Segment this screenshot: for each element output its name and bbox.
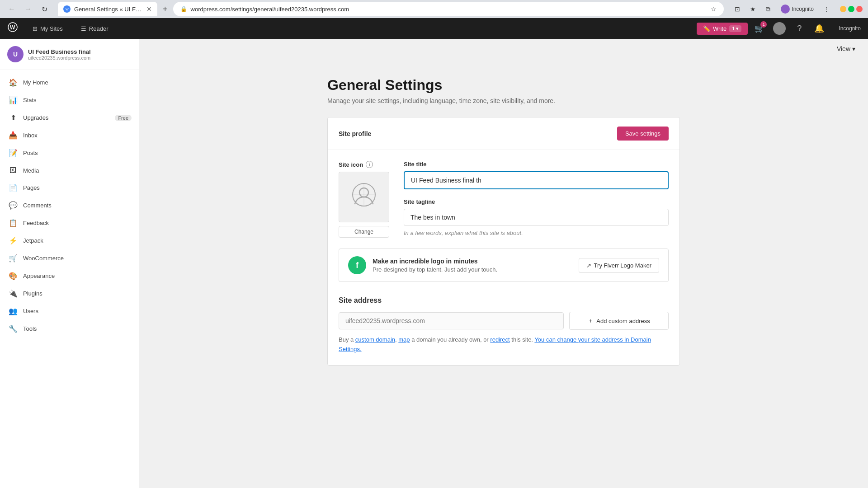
- forward-button[interactable]: →: [22, 3, 34, 15]
- tab-title: General Settings « UI Feed Busin…: [74, 6, 143, 13]
- fiverr-heading: Make an incredible logo in minutes: [373, 258, 497, 265]
- info-icon[interactable]: i: [366, 161, 373, 168]
- external-link-icon: ↗: [586, 262, 591, 269]
- add-custom-address-button[interactable]: ＋ Add custom address: [569, 312, 669, 330]
- sidebar-item-tools[interactable]: 🔧 Tools: [0, 320, 139, 338]
- media-label: Media: [23, 167, 39, 174]
- fiverr-button[interactable]: ↗ Try Fiverr Logo Maker: [579, 258, 659, 273]
- site-address-title: Site address: [339, 296, 669, 305]
- map-link[interactable]: map: [398, 336, 410, 343]
- inbox-label: Inbox: [23, 132, 38, 139]
- custom-domain-link[interactable]: custom domain: [355, 336, 395, 343]
- cart-button[interactable]: 🛒 1: [751, 20, 768, 37]
- bookmark-star-icon[interactable]: ★: [746, 3, 759, 15]
- fiverr-promo: f Make an incredible logo in minutes Pre…: [339, 249, 669, 282]
- cart-badge: 1: [760, 21, 767, 28]
- address-row: ＋ Add custom address: [339, 312, 669, 330]
- site-url: uifeed20235.wordpress.com: [28, 55, 132, 61]
- site-tagline-input[interactable]: [404, 209, 669, 226]
- users-label: Users: [23, 308, 38, 314]
- user-avatar-button[interactable]: [771, 20, 788, 37]
- site-icon-placeholder: [350, 181, 377, 213]
- upgrades-icon: ⬆: [9, 113, 18, 122]
- tab-close-button[interactable]: ✕: [146, 5, 152, 13]
- maximize-button[interactable]: [848, 6, 854, 12]
- site-icon-section: Site icon i: [339, 161, 389, 238]
- sidebar-item-stats[interactable]: 📊 Stats: [0, 91, 139, 109]
- save-settings-button[interactable]: Save settings: [617, 127, 669, 141]
- my-sites-label: My Sites: [40, 25, 63, 32]
- minimize-button[interactable]: [840, 6, 846, 12]
- fiverr-left: f Make an incredible logo in minutes Pre…: [348, 256, 497, 274]
- site-name: UI Feed Business final: [28, 48, 132, 55]
- profile-button[interactable]: Incognito: [777, 4, 817, 14]
- sidebar-item-my-home[interactable]: 🏠 My Home: [0, 74, 139, 91]
- fiverr-text: Make an incredible logo in minutes Pre-d…: [373, 258, 497, 273]
- sidebar-item-users[interactable]: 👥 Users: [0, 302, 139, 320]
- my-home-label: My Home: [23, 79, 48, 86]
- tools-icon: 🔧: [9, 324, 18, 333]
- change-icon-button[interactable]: Change: [339, 226, 389, 238]
- cast-icon[interactable]: ⊡: [731, 3, 744, 15]
- comments-label: Comments: [23, 202, 52, 209]
- sidebar-item-comments[interactable]: 💬 Comments: [0, 197, 139, 214]
- add-address-label: Add custom address: [596, 318, 650, 324]
- new-tab-button[interactable]: +: [161, 3, 170, 16]
- sidebar-item-upgrades[interactable]: ⬆ Upgrades Free: [0, 109, 139, 127]
- site-title-input[interactable]: [404, 171, 669, 189]
- site-tagline-label: Site tagline: [404, 198, 669, 205]
- users-icon: 👥: [9, 307, 18, 315]
- my-sites-topbar-item[interactable]: ⊞ My Sites: [29, 23, 66, 34]
- sidebar-item-inbox[interactable]: 📥 Inbox: [0, 127, 139, 144]
- chevron-down-icon: ▾: [852, 45, 855, 52]
- site-avatar: U: [7, 46, 24, 62]
- wp-topbar: W ⊞ My Sites ☰ Reader ✏️ Write 1 ▾ 🛒 1 ?…: [0, 18, 868, 39]
- appearance-icon: 🎨: [9, 272, 18, 280]
- browser-tab[interactable]: W General Settings « UI Feed Busin… ✕: [58, 2, 157, 16]
- sidebar-item-jetpack[interactable]: ⚡ Jetpack: [0, 232, 139, 249]
- reader-topbar-item[interactable]: ☰ Reader: [77, 23, 112, 34]
- page-title: General Settings: [327, 77, 680, 94]
- write-label: Write: [713, 25, 726, 32]
- sidebar-site-header[interactable]: U UI Feed Business final uifeed20235.wor…: [0, 39, 139, 70]
- posts-icon: 📝: [9, 149, 18, 157]
- tagline-section: Site tagline In a few words, explain wha…: [404, 198, 669, 236]
- notifications-button[interactable]: 🔔: [811, 20, 827, 37]
- avatar-icon: [781, 5, 790, 14]
- svg-text:W: W: [10, 24, 15, 31]
- sidebar-item-feedback[interactable]: 📋 Feedback: [0, 214, 139, 232]
- wp-logo[interactable]: W: [7, 22, 18, 35]
- sidebar-item-posts[interactable]: 📝 Posts: [0, 144, 139, 162]
- site-address-input[interactable]: [339, 312, 564, 329]
- svg-text:W: W: [66, 8, 69, 11]
- plugins-icon: 🔌: [9, 289, 18, 298]
- fiverr-logo: f: [348, 256, 366, 274]
- back-button[interactable]: ←: [5, 3, 18, 15]
- incognito-topbar-label: Incognito: [839, 25, 861, 32]
- help-button[interactable]: ?: [791, 20, 807, 37]
- content-area: View ▾ General Settings Manage your site…: [139, 39, 868, 488]
- sidebar-item-woocommerce[interactable]: 🛒 WooCommerce: [0, 249, 139, 267]
- close-window-button[interactable]: [856, 6, 863, 12]
- menu-icon[interactable]: ⋮: [820, 3, 833, 15]
- posts-label: Posts: [23, 150, 38, 156]
- redirect-link[interactable]: redirect: [490, 336, 509, 343]
- sidebar: U UI Feed Business final uifeed20235.wor…: [0, 39, 139, 488]
- comments-icon: 💬: [9, 201, 18, 210]
- address-bar[interactable]: 🔒 wordpress.com/settings/general/uifeed2…: [173, 2, 724, 16]
- sidebar-toggle-icon[interactable]: ⧉: [762, 3, 774, 15]
- sidebar-item-media[interactable]: 🖼 Media: [0, 162, 139, 179]
- plugins-label: Plugins: [23, 290, 42, 297]
- bookmark-icon[interactable]: ☆: [711, 5, 717, 13]
- reload-button[interactable]: ↻: [38, 3, 51, 15]
- feedback-label: Feedback: [23, 220, 49, 226]
- sidebar-item-pages[interactable]: 📄 Pages: [0, 179, 139, 197]
- sidebar-item-plugins[interactable]: 🔌 Plugins: [0, 285, 139, 302]
- sites-icon: ⊞: [33, 25, 38, 32]
- write-button[interactable]: ✏️ Write 1 ▾: [697, 23, 748, 35]
- sidebar-item-appearance[interactable]: 🎨 Appearance: [0, 267, 139, 285]
- settings-card: Site profile Save settings Site icon i: [327, 117, 680, 366]
- reader-icon: ☰: [81, 25, 86, 32]
- appearance-label: Appearance: [23, 272, 55, 279]
- view-button[interactable]: View ▾: [833, 43, 859, 54]
